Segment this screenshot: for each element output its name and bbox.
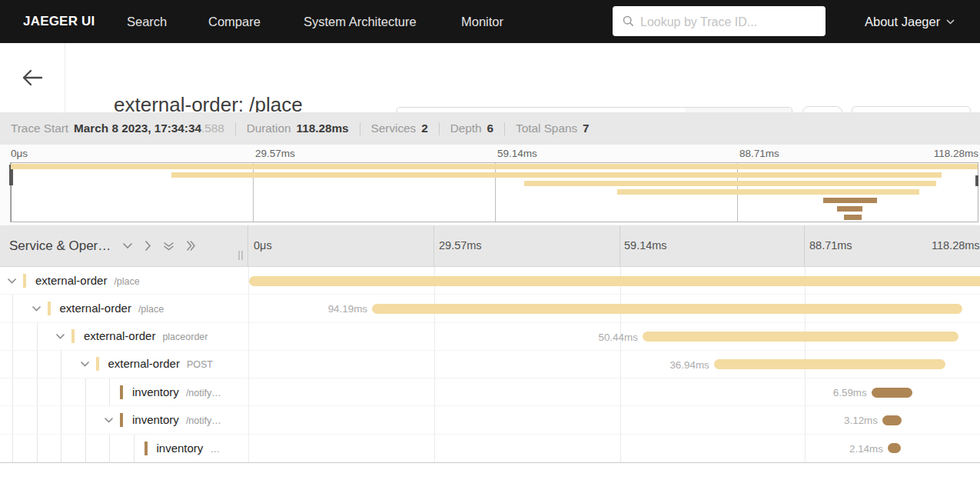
span-collapse-icon[interactable] [80, 361, 90, 367]
minimap-span-bar [844, 215, 862, 220]
span-duration-label: 3.12ms [813, 415, 878, 426]
tree-guide-line [61, 378, 61, 405]
span-timeline-cell[interactable]: 50.44ms [248, 323, 980, 350]
column-divider [620, 225, 620, 266]
span-color-swatch [145, 442, 148, 455]
nav-item-monitor[interactable]: Monitor [461, 0, 503, 43]
timeline-gridline [434, 323, 435, 350]
timeline-gridline [434, 351, 435, 378]
tree-guide-line [12, 323, 13, 350]
span-operation-name: … [210, 444, 220, 455]
span-timeline-cell[interactable]: 6.59ms [248, 378, 980, 405]
span-operation-name: /notify… [186, 415, 221, 426]
span-table-header: Service & Oper… 0μs29.57ms59.14ms88.71ms… [0, 225, 980, 267]
span-timeline-cell[interactable] [248, 267, 980, 294]
span-name-cell[interactable]: external-order/place [0, 267, 248, 294]
span-color-swatch [120, 413, 123, 427]
span-row[interactable]: inventory/notify…3.12ms [0, 406, 980, 434]
span-collapse-icon[interactable] [104, 417, 114, 423]
span-name-cell[interactable]: external-orderplaceorder [0, 323, 248, 350]
span-duration-label: 36.94ms [645, 359, 709, 371]
span-bar[interactable] [643, 332, 958, 342]
span-name-text: external-order/place [60, 302, 164, 315]
viewport-right-scrubber[interactable] [975, 175, 978, 186]
tree-guide-line [61, 351, 61, 378]
span-collapse-icon[interactable] [55, 333, 65, 339]
span-row[interactable]: external-orderplaceorder50.44ms [0, 323, 980, 351]
span-row[interactable]: external-order/place [0, 267, 980, 295]
tree-guide-line [37, 351, 38, 378]
span-operation-name: POST [187, 359, 213, 370]
span-bar[interactable] [249, 276, 980, 286]
duration-value: 118.28ms [297, 122, 349, 135]
timeline-minimap-section: 0μs29.57ms59.14ms88.71ms118.28ms [0, 145, 980, 225]
tree-guide-line [85, 435, 86, 462]
span-row[interactable]: inventory/notify…6.59ms [0, 378, 980, 406]
minimap-axis-tick-label: 59.14ms [497, 148, 537, 159]
nav-item-search[interactable]: Search [127, 0, 167, 43]
timeline-gridline [434, 406, 435, 433]
span-timeline-cell[interactable]: 94.19ms [248, 295, 980, 322]
trace-start-value: March 8 2023, 17:34:34.588 [74, 122, 224, 135]
span-bar[interactable] [872, 388, 913, 398]
divider [360, 122, 360, 135]
span-operation-name: /place [114, 276, 139, 287]
span-row[interactable]: inventory…2.14ms [0, 435, 980, 462]
span-timeline-cell[interactable]: 3.12ms [248, 406, 980, 433]
trace-id-search-input[interactable] [639, 6, 819, 38]
nav-item-system-architecture[interactable]: System Architecture [304, 0, 417, 43]
column-resize-grip[interactable] [238, 251, 243, 260]
tree-guide-line [85, 406, 86, 433]
depth-label: Depth [450, 122, 482, 135]
span-name-cell[interactable]: inventory/notify… [0, 378, 248, 405]
back-button[interactable] [0, 43, 65, 112]
span-color-swatch [71, 329, 75, 343]
span-operation-name: /place [138, 304, 164, 315]
tree-guide-line [37, 378, 38, 405]
timeline-gridline [434, 378, 435, 405]
span-bar[interactable] [714, 359, 945, 369]
tree-guide-line [61, 435, 61, 462]
nav-item-compare[interactable]: Compare [208, 0, 261, 43]
collapse-one-level-icon[interactable] [145, 240, 151, 252]
expand-all-icon[interactable] [163, 242, 174, 251]
tree-guide-line [37, 323, 38, 350]
span-service-name: inventory [157, 442, 204, 455]
timeline-gridline [620, 351, 621, 378]
sort-caret-icon[interactable] [122, 242, 133, 249]
minimap-span-bar [837, 206, 862, 212]
total-spans-label: Total Spans [516, 122, 577, 135]
span-name-cell[interactable]: inventory… [0, 435, 248, 462]
span-duration-label: 94.19ms [303, 303, 367, 315]
search-icon [623, 15, 634, 27]
minimap-span-bar [11, 164, 978, 169]
span-timeline-cell[interactable]: 36.94ms [248, 351, 980, 378]
span-name-text: inventory/notify… [132, 413, 221, 427]
timeline-tick-label: 118.28ms [932, 239, 980, 252]
span-name-cell[interactable]: external-orderPOST [0, 351, 248, 378]
span-duration-label: 50.44ms [573, 332, 638, 343]
service-operation-header-label: Service & Oper… [9, 238, 111, 254]
span-row[interactable]: external-order/place94.19ms [0, 295, 980, 322]
jaeger-logo[interactable]: JAEGER UI [23, 0, 95, 43]
span-bar[interactable] [372, 304, 962, 314]
span-bar[interactable] [888, 443, 901, 453]
span-name-cell[interactable]: inventory/notify… [0, 406, 248, 433]
span-timeline-cell[interactable]: 2.14ms [248, 435, 980, 462]
tree-guide-line [85, 378, 86, 405]
about-jaeger-menu[interactable]: About Jaeger [865, 0, 955, 43]
timeline-tick-label: 29.57ms [439, 239, 482, 252]
minimap-canvas[interactable] [10, 162, 978, 222]
span-row[interactable]: external-orderPOST36.94ms [0, 351, 980, 378]
span-collapse-icon[interactable] [32, 305, 42, 312]
collapse-all-icon[interactable] [186, 240, 196, 252]
tree-guide-line [37, 406, 38, 433]
about-jaeger-label: About Jaeger [865, 15, 940, 29]
span-bar[interactable] [882, 415, 902, 425]
span-name-text: external-orderplaceorder [84, 329, 208, 343]
span-collapse-icon[interactable] [7, 278, 17, 284]
span-name-cell[interactable]: external-order/place [0, 295, 248, 322]
divider [235, 122, 236, 135]
span-name-text: external-order/place [35, 274, 140, 288]
timeline-gridline [620, 406, 621, 433]
